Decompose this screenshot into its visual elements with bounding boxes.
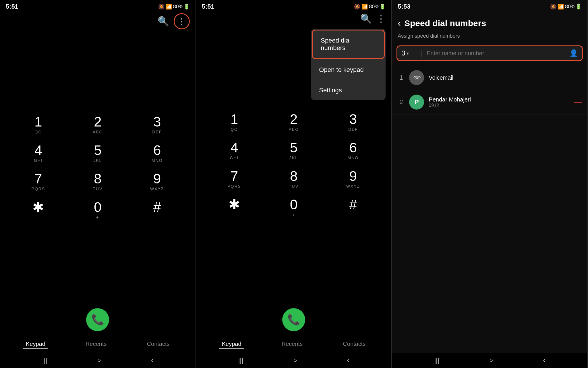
dial-key-0[interactable]: 0 + — [85, 200, 111, 220]
more-icon-2[interactable]: ⋮ — [376, 13, 386, 24]
contact-info: Pendar Mohajeri 0912 — [429, 96, 569, 108]
phone-icon-2: 📞 — [287, 314, 300, 326]
dial-key-2-5[interactable]: 5 JKL — [281, 140, 307, 161]
status-icons-2: 🔕 📶 80%🔋 — [354, 3, 386, 10]
status-icons-3: 🔕 📶 80%🔋 — [550, 3, 582, 10]
speed-num-dropdown[interactable]: 3 ▾ — [401, 49, 416, 57]
screen3: 5:53 🔕 📶 80%🔋 ‹ Speed dial numbers Assig… — [392, 0, 588, 368]
sys-nav-2: ||| ○ ‹ — [196, 353, 392, 368]
dial-key-2-8[interactable]: 8 TUV — [281, 169, 307, 189]
dial-key-9[interactable]: 9 WXYZ — [144, 171, 170, 192]
contact-sub: 0912 — [429, 103, 569, 108]
screen2: 5:51 🔕 📶 80%🔋 🔍 ⋮ Speed dial numbers Ope… — [196, 0, 392, 368]
status-icons-1: 🔕 📶 80%🔋 — [158, 3, 190, 10]
dial-key-2-3[interactable]: 3 DEF — [340, 112, 366, 132]
nav-keypad-2[interactable]: Keypad — [219, 340, 244, 349]
divider: | — [420, 49, 422, 57]
dialpad-row-3: 7 PQRS 8 TUV 9 WXYZ — [0, 167, 196, 196]
more-menu-button[interactable]: ⋮ — [174, 13, 190, 29]
dropdown-arrow-icon: ▾ — [407, 51, 409, 56]
call-button-1[interactable]: 📞 — [86, 308, 109, 331]
dialpad-1: 1 QO 2 ABC 3 DEF 4 GHI 5 JKL 6 M — [0, 32, 196, 302]
dial-key-2[interactable]: 2 ABC — [85, 114, 111, 135]
nav-keypad-1[interactable]: Keypad — [23, 340, 48, 349]
nav-contacts-2[interactable]: Contacts — [340, 340, 368, 349]
dialpad-row-2: 4 GHI 5 JKL 6 MNO — [0, 139, 196, 167]
dial-key-2-0[interactable]: 0 + — [281, 197, 307, 218]
voicemail-name: Voicemail — [429, 74, 582, 81]
voicemail-info: Voicemail — [429, 74, 582, 81]
sys-back-3[interactable]: ||| — [434, 356, 439, 364]
time-2: 5:51 — [202, 3, 214, 10]
sys-recent-1[interactable]: ‹ — [151, 356, 153, 364]
voicemail-icon: ⊙⊙ — [413, 74, 420, 81]
sys-nav-1: ||| ○ ‹ — [0, 353, 196, 368]
bottom-nav-2: Keypad Recents Contacts — [196, 336, 392, 353]
time-1: 5:51 — [6, 3, 18, 10]
dial-key-5[interactable]: 5 JKL — [85, 143, 111, 163]
menu-speed-dial[interactable]: Speed dial numbers — [312, 30, 385, 59]
more-icon: ⋮ — [177, 16, 186, 26]
status-bar-2: 5:51 🔕 📶 80%🔋 — [196, 0, 392, 12]
dial-key-2-hash[interactable]: # — [340, 197, 366, 218]
speed-input-row[interactable]: 3 ▾ | 👤 — [396, 45, 583, 61]
back-button[interactable]: ‹ — [398, 18, 401, 28]
search-icon-2[interactable]: 🔍 — [360, 13, 372, 24]
dial-key-2-4[interactable]: 4 GHI — [221, 140, 247, 161]
sys-home-1[interactable]: ○ — [97, 356, 101, 364]
dial-key-4[interactable]: 4 GHI — [25, 143, 51, 163]
dial-key-2-7[interactable]: 7 PQRS — [221, 169, 247, 189]
speed-dial-header: ‹ Speed dial numbers — [392, 12, 587, 31]
dial-key-3[interactable]: 3 DEF — [144, 114, 170, 135]
bottom-nav-1: Keypad Recents Contacts — [0, 336, 196, 353]
sys-recent-2[interactable]: ‹ — [347, 356, 349, 364]
dial-key-2-2[interactable]: 2 ABC — [281, 112, 307, 132]
screen1: 5:51 🔕 📶 80%🔋 🔍 ⋮ 1 QO 2 ABC 3 DEF — [0, 0, 196, 368]
speed-dial-number-selector: 3 — [401, 49, 405, 57]
call-btn-row-2: 📞 — [196, 302, 392, 336]
nav-recents-2[interactable]: Recents — [279, 340, 305, 349]
avatar-initial: P — [415, 98, 419, 106]
assign-label: Assign speed dial numbers — [392, 31, 587, 43]
dial-key-hash[interactable]: # — [144, 200, 170, 220]
dial-key-8[interactable]: 8 TUV — [85, 171, 111, 192]
dial-key-star[interactable]: ✱ — [25, 200, 51, 220]
sys-back-2[interactable]: ||| — [238, 356, 243, 364]
sys-home-2[interactable]: ○ — [293, 356, 297, 364]
sys-home-3[interactable]: ○ — [489, 356, 493, 364]
sys-back-1[interactable]: ||| — [42, 356, 47, 364]
name-or-number-input[interactable] — [427, 50, 566, 57]
dial-key-1[interactable]: 1 QO — [25, 114, 51, 135]
time-3: 5:53 — [398, 3, 410, 10]
item-number-1: 1 — [398, 74, 405, 81]
dial-key-2-6[interactable]: 6 MNO — [340, 140, 366, 161]
sys-recent-3[interactable]: ‹ — [543, 356, 545, 364]
dial-key-2-star[interactable]: ✱ — [221, 197, 247, 218]
search-icon[interactable]: 🔍 — [158, 16, 169, 27]
nav-recents-1[interactable]: Recents — [83, 340, 109, 349]
speed-dial-page-title: Speed dial numbers — [404, 18, 486, 28]
menu-settings[interactable]: Settings — [311, 80, 386, 100]
dropdown-menu: Speed dial numbers Open to keypad Settin… — [311, 29, 386, 100]
contact-name: Pendar Mohajeri — [429, 96, 569, 103]
dial-key-2-9[interactable]: 9 WXYZ — [340, 169, 366, 189]
status-bar-1: 5:51 🔕 📶 80%🔋 — [0, 0, 196, 12]
call-btn-row-1: 📞 — [0, 302, 196, 336]
dial-key-2-1[interactable]: 1 QO — [221, 112, 247, 132]
dial-key-6[interactable]: 6 MNO — [144, 143, 170, 163]
dial-key-7[interactable]: 7 PQRS — [25, 171, 51, 192]
nav-contacts-1[interactable]: Contacts — [144, 340, 173, 349]
call-button-2[interactable]: 📞 — [282, 308, 305, 331]
contact-avatar-p: P — [409, 95, 424, 110]
remove-contact-button[interactable]: — — [574, 97, 582, 107]
dialpad-row-1: 1 QO 2 ABC 3 DEF — [0, 110, 196, 139]
top-bar-1: 🔍 ⋮ — [0, 12, 196, 32]
speed-dial-item-2: 2 P Pendar Mohajeri 0912 — — [392, 90, 587, 114]
menu-open-keypad[interactable]: Open to keypad — [311, 60, 386, 80]
status-bar-3: 5:53 🔕 📶 80%🔋 — [392, 0, 587, 12]
contact-picker-icon[interactable]: 👤 — [569, 49, 578, 57]
top-bar-2: 🔍 ⋮ — [196, 12, 392, 27]
speed-dial-item-1: 1 ⊙⊙ Voicemail — [392, 66, 587, 90]
voicemail-avatar: ⊙⊙ — [409, 70, 424, 85]
speed-dial-list: 1 ⊙⊙ Voicemail 2 P Pendar Mohajeri 0912 … — [392, 66, 587, 353]
